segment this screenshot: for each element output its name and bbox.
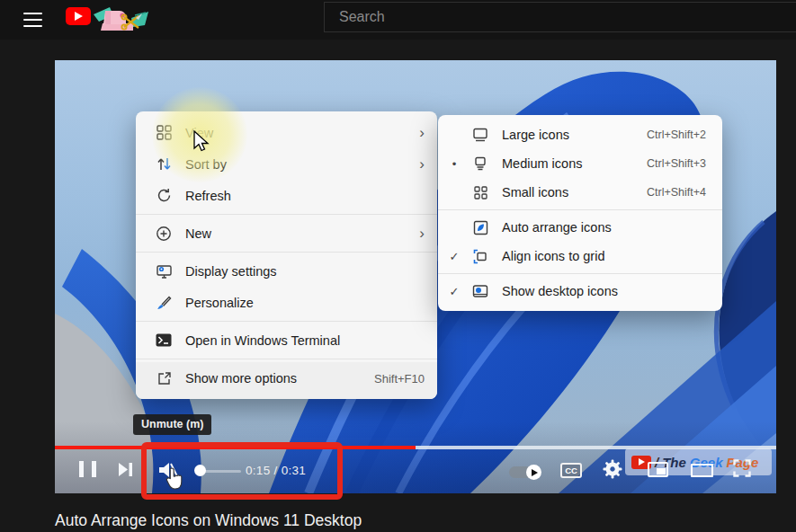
search-input[interactable] [325,3,796,31]
refresh-icon [154,187,174,205]
menu-item-show-more-options[interactable]: Show more options Shift+F10 [136,362,437,399]
progress-bar[interactable] [55,446,776,449]
submenu-item-label: Align icons to grid [502,249,706,263]
menu-item-label: Personalize [185,296,425,310]
mute-button[interactable] [157,460,179,480]
new-icon [154,225,174,243]
check-icon: ✓ [438,250,470,263]
menu-item-display-settings[interactable]: Display settings [136,255,437,287]
submenu-item-label: Small icons [502,185,647,200]
view-submenu: Large icons Ctrl+Shift+2 • Medium icons … [438,115,722,311]
fullscreen-button[interactable] [733,459,751,477]
submenu-item-align-icons-to-grid[interactable]: ✓ Align icons to grid [438,242,722,270]
play-icon [532,469,538,476]
settings-gear-icon[interactable] [603,459,622,479]
submenu-item-shortcut: Ctrl+Shift+2 [647,129,706,141]
submenu-item-label: Medium icons [502,156,647,171]
submenu-item-label: Auto arrange icons [502,220,706,235]
unmute-tooltip: Unmute (m) [133,414,211,435]
show-desktop-icon [470,282,490,300]
view-icon [154,124,174,142]
menu-item-sort-by[interactable]: Sort by › [136,148,437,180]
auto-arrange-icon [470,218,490,236]
menu-item-label: Open in Windows Terminal [185,333,425,348]
submenu-item-show-desktop-icons[interactable]: ✓ Show desktop icons [438,277,722,306]
personalize-icon [154,294,174,312]
windows-terminal-icon [154,332,174,350]
captions-button[interactable]: CC [560,463,582,478]
progress-remaining [416,446,776,449]
align-grid-icon [470,247,490,265]
menu-item-refresh[interactable]: Refresh [136,180,437,211]
submenu-item-label: Show desktop icons [502,284,706,298]
menu-item-open-windows-terminal[interactable]: Open in Windows Terminal [136,324,437,356]
menu-divider [136,359,437,359]
show-more-icon [154,369,174,387]
check-icon: ✓ [438,285,470,298]
menu-divider [136,321,437,322]
sort-by-icon [154,155,174,173]
menu-divider [438,273,722,274]
small-icons-icon [470,183,490,201]
menu-item-label: Sort by [185,157,419,172]
selected-bullet: • [438,157,470,171]
menu-item-label: New [185,226,419,241]
volume-slider-handle[interactable] [194,465,206,476]
search-box [324,2,796,32]
large-icons-icon [470,126,490,144]
menu-item-label: Show more options [185,371,374,386]
pause-button[interactable] [79,461,96,477]
menu-divider [136,214,437,215]
cc-label: CC [565,466,577,475]
video-title: Auto Arrange Icons on Windows 11 Desktop [55,511,362,530]
submenu-item-shortcut: Ctrl+Shift+4 [647,186,706,199]
hamburger-menu-icon[interactable] [23,13,42,27]
menu-item-shortcut: Shift+F10 [374,372,425,386]
submenu-item-shortcut: Ctrl+Shift+3 [647,157,706,170]
submenu-item-small-icons[interactable]: Small icons Ctrl+Shift+4 [438,178,722,207]
submenu-item-medium-icons[interactable]: • Medium icons Ctrl+Shift+3 [438,149,722,178]
sewing-machine-logo [92,4,151,36]
mouse-cursor-icon [192,130,210,152]
chevron-right-icon: › [419,156,425,172]
menu-item-label: View [185,126,419,140]
menu-divider [136,252,437,253]
progress-played [55,446,416,449]
autoplay-toggle[interactable] [509,466,540,478]
miniplayer-button[interactable] [648,462,668,477]
time-display: 0:15 / 0:31 [246,464,306,477]
menu-item-personalize[interactable]: Personalize [136,287,437,318]
menu-item-label: Display settings [185,264,425,279]
chevron-right-icon: › [419,226,425,241]
menu-divider [438,209,722,210]
menu-item-view[interactable]: View › [136,117,437,148]
submenu-item-label: Large icons [502,128,647,142]
menu-item-new[interactable]: New › [136,217,437,249]
masthead [0,0,796,40]
autoplay-knob [526,465,541,480]
menu-item-label: Refresh [185,189,425,203]
next-button[interactable] [118,462,133,477]
chevron-right-icon: › [419,125,425,140]
desktop-context-menu: View › Sort by › Refresh [136,111,437,399]
play-icon [75,12,83,21]
theater-mode-button[interactable] [691,464,713,477]
submenu-item-auto-arrange-icons[interactable]: Auto arrange icons [438,213,722,242]
youtube-logo-icon[interactable] [66,7,91,25]
submenu-item-large-icons[interactable]: Large icons Ctrl+Shift+2 [438,120,722,149]
medium-icons-icon [470,155,490,173]
miniplayer-inner-rect [657,468,666,474]
display-settings-icon [154,262,174,280]
